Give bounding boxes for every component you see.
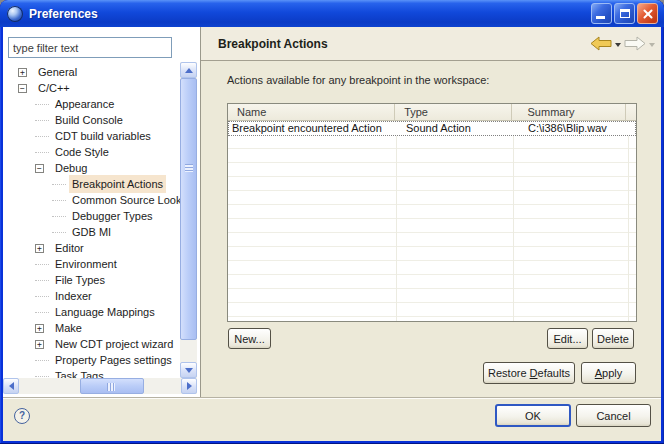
restore-defaults-button[interactable]: Restore Defaults [483,362,575,384]
cell-name: Breakpoint encountered Action [229,122,397,135]
cell-summary: C:\i386\Blip.wav [514,122,629,135]
tree-connector-line [35,296,49,297]
window-title: Preferences [29,7,98,21]
table-caption: Actions available for any breakpoint in … [227,74,489,86]
tree-item-appearance[interactable]: Appearance [3,96,180,112]
thumb-grip-icon [185,164,193,172]
scroll-down-button[interactable] [180,362,197,378]
column-header-blank[interactable] [626,104,636,121]
scroll-right-button[interactable] [181,378,197,394]
tree-item-file-types[interactable]: File Types [3,272,180,288]
tree-connector-line [52,232,66,233]
window-controls [591,3,658,24]
table-body: Breakpoint encountered ActionSound Actio… [228,121,636,321]
arrow-down-icon [185,368,193,373]
expand-plus-icon[interactable]: + [35,324,44,333]
tree-connector-line [52,216,66,217]
tree-item-general[interactable]: +General [3,64,180,80]
forward-arrow-icon[interactable] [624,36,646,51]
delete-button[interactable]: Delete [592,328,634,349]
apply-button[interactable]: Apply [581,362,636,384]
tree-connector-line [35,280,49,281]
tree-connector-line [35,120,49,121]
maximize-button[interactable] [614,3,635,24]
tree-item-make[interactable]: +Make [3,320,180,336]
tree-connector-line [35,376,49,377]
tree-item-cdt-build-variables[interactable]: CDT build variables [3,128,180,144]
preferences-dialog: Preferences +General−C/C++AppearanceBuil… [0,0,664,444]
tree-connector-line [35,312,49,313]
tree-item-task-tags[interactable]: Task Tags [3,368,180,378]
tree-item-environment[interactable]: Environment [3,256,180,272]
minimize-button[interactable] [591,3,612,24]
arrow-up-icon [185,68,193,73]
vertical-scroll-thumb[interactable] [180,78,197,340]
close-icon [638,4,657,23]
preferences-tree: +General−C/C++AppearanceBuild ConsoleCDT… [3,61,180,378]
main-panel: Breakpoint Actions Actions available for… [201,27,661,397]
maximize-icon [620,9,630,18]
column-header-name[interactable]: Name [228,104,395,121]
dialog-client-area: +General−C/C++AppearanceBuild ConsoleCDT… [3,27,661,441]
tree-item-gdb-mi[interactable]: GDB MI [3,224,180,240]
titlebar[interactable]: Preferences [0,0,664,27]
tree-connector-line [35,104,49,105]
back-history-dropdown-icon[interactable] [615,43,621,47]
tree-item-editor[interactable]: +Editor [3,240,180,256]
edit-button[interactable]: Edit... [547,328,588,349]
close-button[interactable] [637,3,658,24]
arrow-left-icon [9,382,14,390]
scroll-up-button[interactable] [180,62,197,78]
help-button[interactable]: ? [14,408,30,424]
tree-item-new-cdt-project-wizard[interactable]: +New CDT project wizard [3,336,180,352]
history-navigation [590,36,655,51]
tree-vertical-scrollbar[interactable] [180,62,197,378]
tree-item-build-console[interactable]: Build Console [3,112,180,128]
tree-item-code-style[interactable]: Code Style [3,144,180,160]
table-header-row: NameTypeSummary [228,104,636,121]
arrow-right-icon [187,382,192,390]
collapse-minus-icon[interactable]: − [18,84,27,93]
tree-connector-line [52,200,66,201]
cell-type: Sound Action [397,122,514,135]
tree-item-breakpoint-actions[interactable]: Breakpoint Actions [3,176,180,192]
minimize-icon [596,16,605,19]
filter-input[interactable] [8,37,172,58]
expand-plus-icon[interactable]: + [18,68,27,77]
page-title: Breakpoint Actions [218,37,328,51]
ok-button[interactable]: OK [495,404,571,427]
tree-connector-line [35,264,49,265]
thumb-grip-icon [107,383,115,391]
app-icon [7,6,23,22]
table-row[interactable]: Breakpoint encountered ActionSound Actio… [228,121,636,136]
forward-history-dropdown-icon[interactable] [649,43,655,47]
breakpoint-actions-table: NameTypeSummary Breakpoint encountered A… [227,103,637,322]
column-header-summary[interactable]: Summary [512,104,626,121]
tree-connector-line [35,360,49,361]
back-arrow-icon[interactable] [590,36,612,51]
expand-plus-icon[interactable]: + [35,340,44,349]
tree-item-debugger-types[interactable]: Debugger Types [3,208,180,224]
tree-item-indexer[interactable]: Indexer [3,288,180,304]
column-gridline [396,121,397,321]
column-header-type[interactable]: Type [395,104,511,121]
collapse-minus-icon[interactable]: − [35,164,44,173]
page-header: Breakpoint Actions [201,27,661,61]
sidebar: +General−C/C++AppearanceBuild ConsoleCDT… [3,27,200,397]
tree-horizontal-scrollbar[interactable] [3,378,197,394]
tree-item-language-mappings[interactable]: Language Mappings [3,304,180,320]
column-gridline [513,121,514,321]
tree-connector-line [52,184,66,185]
expand-plus-icon[interactable]: + [35,244,44,253]
footer-separator [3,397,661,399]
cancel-button[interactable]: Cancel [576,404,651,427]
tree-item-debug[interactable]: −Debug [3,160,180,176]
tree-item-common-source-lookup-path[interactable]: Common Source Lookup Path [3,192,180,208]
tree-connector-line [35,152,49,153]
horizontal-scroll-thumb[interactable] [80,378,144,394]
tree-item-c-c[interactable]: −C/C++ [3,80,180,96]
tree-item-property-pages-settings[interactable]: Property Pages settings [3,352,180,368]
new-button[interactable]: New... [228,328,271,349]
scroll-left-button[interactable] [3,378,19,394]
column-gridline [628,121,629,321]
